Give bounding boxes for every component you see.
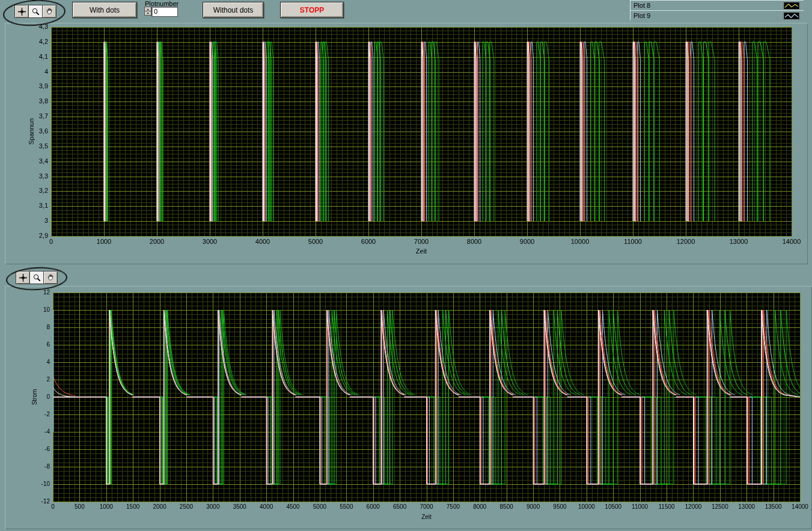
decrement-arrow-icon[interactable]: ▼ bbox=[144, 11, 151, 16]
pan-tool-button[interactable] bbox=[42, 5, 56, 18]
plotnumber-control: ▲ ▼ 0 bbox=[144, 7, 178, 17]
plot8-line-style-icon[interactable] bbox=[783, 2, 801, 10]
cursor-tool-button-2[interactable] bbox=[16, 271, 30, 284]
without-dots-button[interactable]: Without dots bbox=[203, 2, 264, 18]
graph-palette-top bbox=[14, 5, 56, 18]
stop-button[interactable]: STOPP bbox=[280, 2, 344, 18]
current-graph-canvas[interactable] bbox=[5, 286, 812, 529]
crosshair-icon bbox=[17, 7, 26, 16]
legend-label-plot9: Plot 9 bbox=[633, 12, 650, 19]
legend-item-plot8[interactable]: Plot 8 bbox=[630, 1, 804, 10]
magnifier-icon bbox=[31, 7, 40, 16]
current-history-graph bbox=[5, 286, 812, 529]
zoom-tool-button[interactable] bbox=[28, 5, 43, 18]
graph-palette-bottom bbox=[16, 271, 57, 284]
labview-front-panel: With dots Plotnumber ▲ ▼ 0 Without dots … bbox=[0, 0, 812, 531]
hand-icon bbox=[46, 273, 55, 282]
voltage-history-graph bbox=[5, 23, 808, 264]
zoom-tool-button-2[interactable] bbox=[29, 271, 44, 284]
legend-label-plot8: Plot 8 bbox=[633, 2, 650, 9]
plot9-line-style-icon[interactable] bbox=[783, 12, 801, 20]
plot-legend: Plot 8 Plot 9 bbox=[630, 0, 804, 20]
hand-icon bbox=[45, 7, 54, 16]
legend-item-plot9[interactable]: Plot 9 bbox=[630, 10, 804, 20]
pan-tool-button-2[interactable] bbox=[43, 271, 58, 284]
crosshair-icon bbox=[19, 273, 28, 282]
magnifier-icon bbox=[32, 273, 41, 282]
plotnumber-input[interactable]: 0 bbox=[151, 7, 178, 17]
cursor-tool-button[interactable] bbox=[14, 5, 29, 18]
plotnumber-spinner: ▲ ▼ bbox=[144, 7, 151, 17]
with-dots-button[interactable]: With dots bbox=[72, 2, 137, 18]
voltage-graph-canvas[interactable] bbox=[5, 23, 808, 263]
